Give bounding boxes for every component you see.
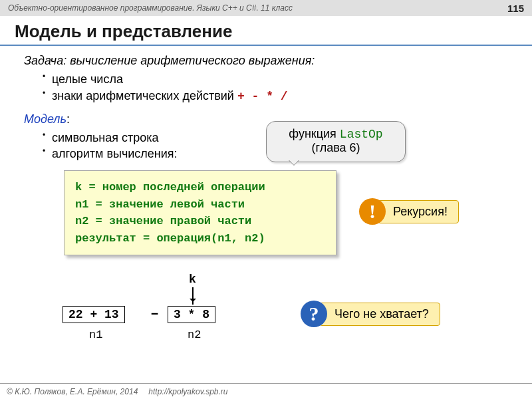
bullet-ops: знаки арифметических действий + - * / — [43, 88, 508, 104]
task-line: Задача: вычисление арифметического выраж… — [24, 53, 508, 68]
operators: + - * / — [237, 90, 288, 103]
footer: © К.Ю. Поляков, Е.А. Ерёмин, 2014 http:/… — [0, 383, 532, 399]
recursion-label: Рекурсия! — [378, 200, 459, 223]
task-label: Задача — [24, 54, 63, 67]
callout-recursion: ! Рекурсия! — [359, 198, 459, 225]
page-title: Модель и представление — [0, 16, 532, 45]
bubble-lastop: функция LastOp (глава 6) — [266, 121, 406, 162]
bubble-fn: LastOp — [340, 128, 383, 141]
task-text: : вычисление арифметического выражения: — [63, 54, 315, 67]
model-line: Модель: — [24, 111, 508, 127]
k-label: k — [189, 273, 196, 286]
expr-box-1: 22 + 13 — [63, 306, 125, 323]
task-bullets: целые числа знаки арифметических действи… — [43, 71, 508, 104]
page-number: 115 — [507, 3, 524, 14]
bullet-ops-text: знаки арифметических действий — [52, 89, 237, 102]
n1-label: n1 — [89, 329, 102, 341]
minus-sign: – — [150, 306, 159, 323]
code-l3: n2 = значение правой части — [75, 213, 325, 230]
expr-box-2: 3 * 8 — [168, 306, 215, 323]
callout-missing: ? Чего не хватает? — [301, 301, 440, 327]
bubble-line1: функция LastOp — [277, 127, 394, 141]
code-box: k = номер последней операции n1 = значен… — [64, 170, 336, 255]
code-l4: результат = операция(n1, n2) — [75, 230, 325, 247]
footer-url: http://kpolyakov.spb.ru — [148, 387, 227, 396]
model-label: Модель — [24, 112, 66, 126]
question-icon: ? — [301, 301, 327, 327]
header-bar: Объектно-ориентированное программировани… — [0, 0, 532, 16]
bubble-pre: функция — [289, 127, 340, 140]
code-l2: n1 = значение левой части — [75, 196, 325, 213]
missing-label: Чего не хватает? — [319, 303, 440, 326]
expression-diagram: k 22 + 13 – 3 * 8 n1 n2 — [63, 273, 302, 359]
bubble-line2: (глава 6) — [277, 141, 394, 155]
exclaim-icon: ! — [359, 198, 386, 225]
copyright: © К.Ю. Поляков, Е.А. Ерёмин, 2014 — [7, 387, 138, 396]
model-colon: : — [66, 112, 70, 126]
title-rule — [0, 45, 532, 46]
course-label: Объектно-ориентированное программировани… — [8, 3, 293, 13]
code-l1: k = номер последней операции — [75, 179, 325, 196]
n2-label: n2 — [188, 329, 201, 341]
arrow-down-icon — [192, 287, 194, 305]
bullet-ints: целые числа — [43, 71, 508, 87]
